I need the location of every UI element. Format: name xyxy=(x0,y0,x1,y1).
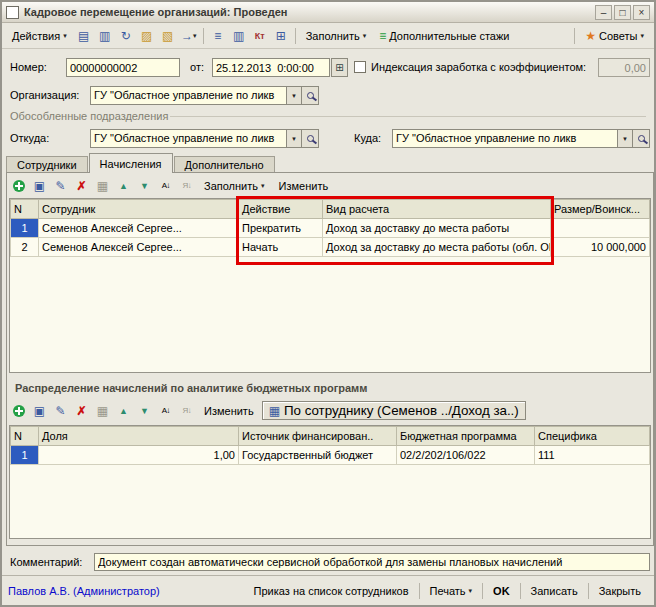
tips-button[interactable]: ★ Советы ▾ xyxy=(579,27,650,45)
tab-employees[interactable]: Сотрудники xyxy=(6,156,88,173)
grid-icon[interactable]: ⊞ xyxy=(271,26,291,45)
deletion-mark-icon[interactable]: ▦ xyxy=(93,177,112,195)
move-up-icon[interactable]: ▲ xyxy=(114,177,133,195)
list-icon[interactable]: ≡ xyxy=(208,26,228,45)
grid-fill-label: Заполнить xyxy=(204,180,258,192)
experience-icon: ≡ xyxy=(379,30,386,42)
col-share: Доля xyxy=(39,427,239,446)
tab-additional[interactable]: Дополнительно xyxy=(174,156,275,173)
delete-row-icon[interactable]: ✗ xyxy=(72,402,91,420)
cell-size[interactable] xyxy=(551,219,650,238)
delete-row-icon[interactable]: ✗ xyxy=(72,177,91,195)
grid-change-button[interactable]: Изменить xyxy=(273,177,335,195)
fill-label: Заполнить xyxy=(306,30,360,42)
separator xyxy=(203,28,204,44)
main-toolbar: Действия ▾ ▤ ▥ ↻ ▨ ▧ →▾ ≡ ▥ Кт ⊞ Заполни… xyxy=(2,23,654,49)
save-button[interactable]: Записать xyxy=(524,582,585,600)
by-employee-button[interactable]: ▦ По сотруднику (Семенов ../Доход за..) xyxy=(262,401,526,420)
cell-calc[interactable]: Доход за доставку до места работы (обл. … xyxy=(323,238,551,257)
close-form-button[interactable]: Закрыть xyxy=(592,582,648,600)
row-number[interactable]: 1 xyxy=(11,446,39,465)
indexation-checkbox[interactable] xyxy=(354,61,366,73)
cell-action[interactable]: Начать xyxy=(239,238,323,257)
maximize-button[interactable]: □ xyxy=(614,5,631,20)
tips-icon: ★ xyxy=(585,30,596,42)
sort-asc-icon[interactable]: А↓ xyxy=(156,402,175,420)
number-input[interactable] xyxy=(66,58,180,77)
cell-action[interactable]: Прекратить xyxy=(239,219,323,238)
from-combo[interactable]: ГУ "Областное управление по ликв ▼ xyxy=(90,129,319,148)
settings-icon[interactable]: ▨ xyxy=(137,26,157,45)
organization-combo[interactable]: ГУ "Областное управление по ликв ▼ xyxy=(90,86,319,105)
to-dropdown-button[interactable]: ▼ xyxy=(617,130,632,147)
organization-dropdown-button[interactable]: ▼ xyxy=(286,87,301,104)
sort-desc-icon[interactable]: Я↓ xyxy=(177,177,196,195)
accruals-table[interactable]: N Сотрудник Действие Вид расчета Размер/… xyxy=(9,198,651,373)
cell-calc[interactable]: Доход за доставку до места работы xyxy=(323,219,551,238)
cell-program[interactable]: 02/2/202/106/022 xyxy=(397,446,535,465)
table-row[interactable]: 1 Семенов Алексей Сергее... Прекратить Д… xyxy=(11,219,650,238)
ok-button[interactable]: OK xyxy=(486,582,517,600)
accruals-tab-panel: ▣ ✎ ✗ ▦ ▲ ▼ А↓ Я↓ Заполнить ▾ Изменить N xyxy=(6,172,654,546)
grid-change-label: Изменить xyxy=(279,180,329,192)
add-row-icon[interactable] xyxy=(9,402,28,420)
separator xyxy=(295,28,296,44)
calendar-button[interactable]: ⊞ xyxy=(331,58,348,77)
tab-accruals[interactable]: Начисления xyxy=(89,153,173,173)
number-label: Номер: xyxy=(10,61,47,73)
cell-employee[interactable]: Семенов Алексей Сергее... xyxy=(39,219,239,238)
subdivisions-group-label: Обособленные подразделения xyxy=(10,110,168,122)
distribution-change-button[interactable]: Изменить xyxy=(198,402,260,420)
additional-experience-button[interactable]: ≡ Дополнительные стажи xyxy=(373,27,515,45)
move-up-icon[interactable]: ▲ xyxy=(114,402,133,420)
grid-fill-button[interactable]: Заполнить ▾ xyxy=(198,177,271,195)
organization-open-button[interactable] xyxy=(301,87,318,104)
add-row-icon[interactable] xyxy=(9,177,28,195)
sort-asc-icon[interactable]: А↓ xyxy=(156,177,175,195)
form-icon[interactable]: ▤ xyxy=(74,26,94,45)
cell-share[interactable]: 1,00 xyxy=(39,446,239,465)
actions-button[interactable]: Действия ▾ xyxy=(6,27,73,45)
from-value[interactable]: ГУ "Областное управление по ликв xyxy=(91,130,286,147)
comment-input[interactable] xyxy=(94,553,650,571)
edit-row-icon[interactable]: ✎ xyxy=(51,177,70,195)
cell-employee[interactable]: Семенов Алексей Сергее... xyxy=(39,238,239,257)
edit-row-icon[interactable]: ✎ xyxy=(51,402,70,420)
date-input[interactable] xyxy=(212,58,330,77)
sort-desc-icon[interactable]: Я↓ xyxy=(177,402,196,420)
minimize-button[interactable]: – xyxy=(595,5,612,20)
from-label: Откуда: xyxy=(10,132,49,144)
row-number[interactable]: 2 xyxy=(11,238,39,257)
table-row[interactable]: 2 Семенов Алексей Сергее... Начать Доход… xyxy=(11,238,650,257)
columns-icon[interactable]: ▥ xyxy=(229,26,249,45)
organization-value[interactable]: ГУ "Областное управление по ликв xyxy=(91,87,286,104)
posting-kt-icon[interactable]: Кт xyxy=(250,26,270,45)
cell-size[interactable]: 10 000,000 xyxy=(551,238,650,257)
row-number[interactable]: 1 xyxy=(11,219,39,238)
folder-icon[interactable]: ▧ xyxy=(158,26,178,45)
order-list-button[interactable]: Приказ на список сотрудников xyxy=(247,582,416,600)
close-button[interactable]: × xyxy=(633,5,650,20)
fill-button[interactable]: Заполнить ▾ xyxy=(300,27,373,45)
by-employee-label: По сотруднику (Семенов ../Доход за..) xyxy=(284,403,519,418)
to-combo[interactable]: ГУ "Областное управление по ликв ▼ xyxy=(392,129,650,148)
accruals-header-row: N Сотрудник Действие Вид расчета Размер/… xyxy=(11,200,650,219)
copy-row-icon[interactable]: ▣ xyxy=(30,177,49,195)
move-down-icon[interactable]: ▼ xyxy=(135,177,154,195)
separator xyxy=(482,583,483,599)
to-value[interactable]: ГУ "Областное управление по ликв xyxy=(393,130,617,147)
distribution-table[interactable]: N Доля Источник финансирован.. Бюджетная… xyxy=(9,425,651,539)
from-dropdown-button[interactable]: ▼ xyxy=(286,130,301,147)
go-icon[interactable]: →▾ xyxy=(179,26,199,45)
move-down-icon[interactable]: ▼ xyxy=(135,402,154,420)
table-row[interactable]: 1 1,00 Государственный бюджет 02/2/202/1… xyxy=(11,446,650,465)
cell-source[interactable]: Государственный бюджет xyxy=(239,446,397,465)
deletion-mark-icon[interactable]: ▦ xyxy=(93,402,112,420)
from-open-button[interactable] xyxy=(301,130,318,147)
print-button[interactable]: Печать ▾ xyxy=(423,582,480,600)
cell-spec[interactable]: 111 xyxy=(535,446,650,465)
refresh-icon[interactable]: ↻ xyxy=(116,26,136,45)
monitor-icon[interactable]: ▥ xyxy=(95,26,115,45)
copy-row-icon[interactable]: ▣ xyxy=(30,402,49,420)
to-open-button[interactable] xyxy=(632,130,649,147)
